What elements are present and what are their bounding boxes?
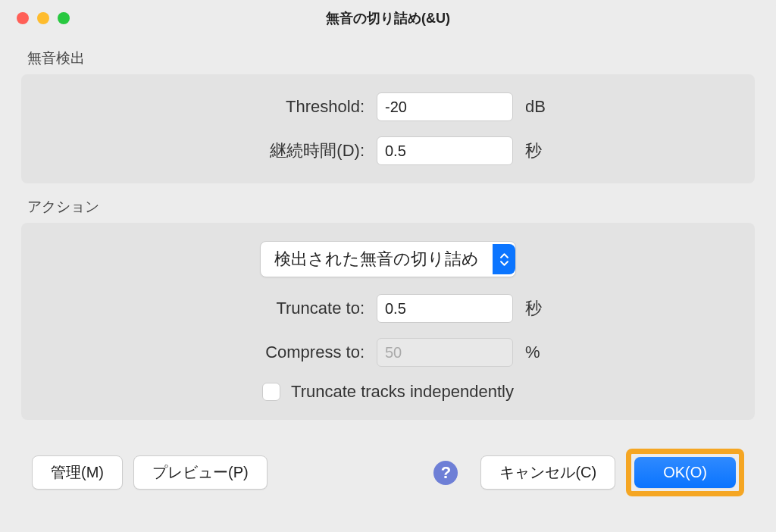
independent-checkbox-label: Truncate tracks independently (291, 382, 514, 402)
help-icon[interactable]: ? (433, 461, 458, 485)
truncate-input[interactable] (377, 294, 513, 323)
duration-row: 継続時間(D): 秒 (48, 136, 728, 165)
independent-checkbox[interactable] (262, 383, 280, 401)
manage-button[interactable]: 管理(M) (32, 455, 123, 490)
truncate-row: Truncate to: 秒 (48, 294, 728, 323)
dropdown-arrows-icon (493, 244, 515, 274)
button-bar: 管理(M) プレビュー(P) ? キャンセル(C) OK(O) (21, 433, 755, 496)
truncate-label: Truncate to: (213, 299, 365, 318)
threshold-row: Threshold: dB (48, 92, 728, 121)
traffic-lights (0, 12, 70, 24)
action-select-wrap: 検出された無音の切り詰め (48, 241, 728, 277)
action-select[interactable]: 検出された無音の切り詰め (260, 241, 516, 277)
dialog-window: 無音の切り詰め(&U) 無音検出 Threshold: dB 継続時間(D): … (0, 0, 776, 532)
dialog-content: 無音検出 Threshold: dB 継続時間(D): 秒 アクション 検出され… (0, 36, 776, 515)
compress-row: Compress to: % (48, 338, 728, 367)
threshold-input[interactable] (377, 92, 513, 121)
compress-unit: % (525, 343, 563, 362)
duration-unit: 秒 (525, 139, 563, 162)
independent-checkbox-row: Truncate tracks independently (48, 382, 728, 402)
detection-section-label: 無音検出 (21, 49, 755, 68)
close-icon[interactable] (17, 12, 29, 24)
truncate-unit: 秒 (525, 297, 563, 320)
titlebar: 無音の切り詰め(&U) (0, 0, 776, 36)
cancel-button[interactable]: キャンセル(C) (480, 455, 615, 490)
ok-button[interactable]: OK(O) (634, 457, 736, 488)
compress-label: Compress to: (213, 343, 365, 362)
duration-label: 継続時間(D): (213, 139, 365, 162)
duration-input[interactable] (377, 136, 513, 165)
detection-panel: Threshold: dB 継続時間(D): 秒 (21, 74, 755, 183)
threshold-unit: dB (525, 97, 563, 117)
minimize-icon[interactable] (37, 12, 49, 24)
maximize-icon[interactable] (58, 12, 70, 24)
action-select-label: 検出された無音の切り詰め (261, 242, 493, 277)
window-title: 無音の切り詰め(&U) (0, 9, 776, 27)
compress-input (377, 338, 513, 367)
action-section-label: アクション (21, 197, 755, 217)
threshold-label: Threshold: (213, 97, 365, 117)
highlight-box: OK(O) (626, 449, 744, 496)
action-panel: 検出された無音の切り詰め Truncate to: 秒 Compress to:… (21, 223, 755, 420)
preview-button[interactable]: プレビュー(P) (133, 455, 268, 490)
